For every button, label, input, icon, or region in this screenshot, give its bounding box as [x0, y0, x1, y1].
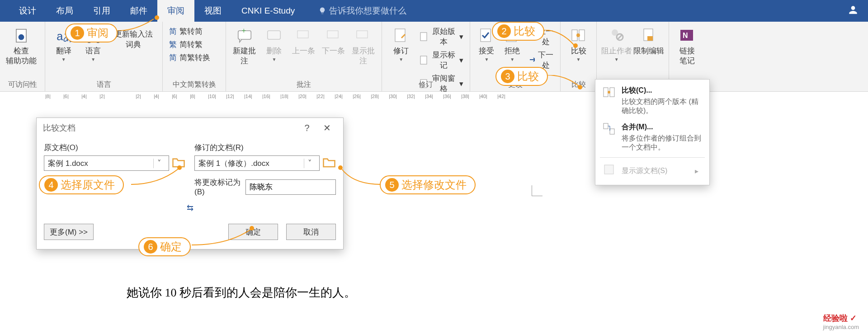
prev-icon — [295, 27, 312, 44]
tell-me-text: 告诉我你想要做什么 — [329, 5, 406, 17]
compare-icon — [603, 86, 616, 99]
next-change-icon — [528, 55, 535, 65]
svg-text:|8|: |8| — [45, 94, 51, 99]
display-for-review[interactable]: 原始版本 ▾ — [420, 26, 463, 47]
cancel-button[interactable]: 取消 — [286, 224, 336, 240]
svg-text:|20|: |20| — [298, 94, 307, 99]
watermark: 经验啦 ✓ jingyanla.com — [823, 313, 859, 330]
group-accessibility: 可访问性 — [0, 80, 45, 89]
close-button[interactable]: ✕ — [317, 122, 337, 133]
svg-text:|18|: |18| — [280, 94, 288, 99]
svg-rect-10 — [357, 31, 368, 38]
trad-to-simp[interactable]: 繁简转繁 — [169, 39, 203, 50]
svg-text:|34|: |34| — [425, 94, 433, 99]
more-button[interactable]: 更多(M) >> — [44, 224, 94, 240]
show-comments-button[interactable]: 显示批注 — [348, 24, 378, 66]
svg-text:+: + — [241, 27, 245, 34]
chevron-down-icon[interactable]: ˅ — [304, 159, 316, 168]
svg-text:|2|: |2| — [136, 94, 141, 99]
tell-me[interactable]: 告诉我你想要做什么 — [318, 5, 406, 17]
svg-point-54 — [608, 91, 610, 94]
svg-text:|28|: |28| — [371, 94, 379, 99]
lightbulb-icon — [318, 7, 326, 15]
mark-changes-label: 将更改标记为(B) — [194, 177, 241, 197]
revised-doc-combo[interactable]: 案例 1（修改）.docx˅ — [194, 155, 320, 171]
svg-text:|4|: |4| — [81, 94, 87, 99]
svg-text:|30|: |30| — [389, 94, 397, 99]
svg-text:|42|: |42| — [497, 94, 505, 99]
svg-text:|26|: |26| — [353, 94, 361, 99]
tab-review[interactable]: 审阅 — [157, 0, 194, 22]
svg-text:|38|: |38| — [461, 94, 469, 99]
new-comment-button[interactable]: +新建批注 — [230, 24, 259, 66]
track-changes-button[interactable]: 修订▼ — [386, 24, 417, 62]
track-icon — [392, 27, 410, 44]
svg-text:|8|: |8| — [190, 94, 195, 99]
svg-rect-13 — [420, 56, 427, 64]
show-comments-icon — [354, 27, 372, 44]
svg-rect-15 — [481, 29, 491, 42]
group-tracking: 修订 — [382, 80, 470, 89]
restrict-editing-button[interactable]: 限制编辑 — [633, 24, 665, 56]
callout-4: 4选择原文件 — [39, 175, 124, 194]
doc-icon — [420, 32, 428, 42]
chs-convert[interactable]: 简简繁转换 — [169, 52, 210, 63]
block-authors-button[interactable]: 阻止作者▼ — [600, 24, 633, 62]
callout-2: 2比较 — [492, 22, 544, 41]
svg-text:|40|: |40| — [479, 94, 487, 99]
svg-text:|6|: |6| — [172, 94, 177, 99]
svg-text:|10|: |10| — [208, 94, 216, 99]
compare-menu-item[interactable]: 比较(C)...比较文档的两个版本 (精确比较)。 — [595, 82, 709, 119]
group-language: 语言 — [45, 80, 162, 89]
folder-icon — [322, 156, 336, 168]
svg-text:|6|: |6| — [63, 94, 69, 99]
next-comment-button[interactable]: 下一条 — [319, 24, 349, 56]
revised-doc-label: 修订的文档(R) — [194, 142, 336, 153]
source-icon — [603, 163, 616, 177]
show-source-menu-item[interactable]: 显示源文档(S)▸ — [595, 160, 709, 182]
svg-text:|4|: |4| — [154, 94, 159, 99]
onenote-button[interactable]: N链接笔记 — [673, 24, 702, 66]
original-doc-label: 原文档(O) — [44, 142, 185, 153]
dialog-title: 比较文档 — [43, 122, 75, 133]
help-button[interactable]: ? — [297, 123, 317, 133]
tab-view[interactable]: 视图 — [194, 0, 231, 22]
svg-text:|32|: |32| — [407, 94, 415, 99]
tab-design[interactable]: 设计 — [9, 0, 46, 22]
delete-comment-button[interactable]: 删除▼ — [259, 24, 289, 62]
svg-rect-7 — [268, 31, 281, 39]
merge-icon — [603, 122, 616, 136]
svg-rect-24 — [647, 36, 653, 41]
group-comments: 批注 — [226, 80, 382, 89]
svg-text:N: N — [683, 32, 688, 39]
svg-text:|36|: |36| — [443, 94, 451, 99]
ime-update[interactable]: 更新输入法词典 — [111, 29, 156, 50]
svg-text:|24|: |24| — [335, 94, 343, 99]
check-accessibility-button[interactable]: 检查辅助功能 — [4, 24, 39, 66]
svg-text:|2|: |2| — [99, 94, 105, 99]
tab-references[interactable]: 引用 — [83, 0, 120, 22]
browse-revised-button[interactable] — [322, 156, 336, 170]
ruler: |8||6||4||2| |2||4||6||8| |10||12||14||1… — [45, 92, 565, 102]
compare-dropdown-menu: 比较(C)...比较文档的两个版本 (精确比较)。 合并(M)...将多位作者的… — [595, 79, 710, 185]
block-author-icon — [608, 27, 625, 44]
tab-cnki[interactable]: CNKI E-Study — [231, 0, 305, 22]
document-icon — [13, 27, 30, 44]
next-icon — [325, 27, 342, 44]
svg-rect-57 — [604, 165, 613, 174]
simp-to-trad[interactable]: 简繁转简 — [169, 26, 203, 37]
prev-comment-button[interactable]: 上一条 — [289, 24, 319, 56]
svg-text:|22|: |22| — [316, 94, 325, 99]
show-markup[interactable]: 显示标记 ▾ — [420, 50, 463, 71]
callout-1: 1审阅 — [65, 24, 118, 42]
chevron-down-icon[interactable]: ˅ — [153, 159, 165, 168]
share-icon[interactable] — [847, 4, 859, 18]
merge-menu-item[interactable]: 合并(M)...将多位作者的修订组合到一个文档中。 — [595, 119, 709, 155]
swap-button[interactable]: ⇆ — [44, 203, 336, 213]
svg-text:|12|: |12| — [226, 94, 234, 99]
mark-changes-input[interactable] — [245, 179, 336, 195]
tab-layout[interactable]: 布局 — [46, 0, 83, 22]
svg-rect-9 — [327, 31, 338, 38]
svg-text:|14|: |14| — [244, 94, 252, 99]
callout-3: 3比较 — [495, 67, 548, 86]
